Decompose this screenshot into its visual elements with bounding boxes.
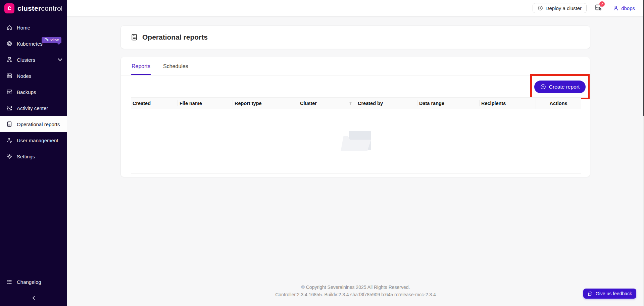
tab-reports[interactable]: Reports: [131, 63, 151, 75]
table-header-row: Created File name Report type Cluster Cr…: [131, 97, 581, 109]
operational-reports-icon: [6, 121, 12, 127]
empty-folder-illustration: [341, 130, 371, 152]
clusters-icon: [6, 57, 12, 63]
sidebar-item-activity-center[interactable]: Activity center: [0, 100, 67, 116]
user-icon: [613, 5, 619, 11]
chevron-left-icon: [31, 296, 36, 300]
backups-icon: [6, 89, 12, 95]
sidebar-item-operational-reports[interactable]: Operational reports: [0, 116, 67, 132]
sidebar-item-label: Backups: [17, 89, 36, 95]
create-report-button[interactable]: Create report: [534, 81, 586, 93]
sidebar-nav: Home Kubernetes Preview Clusters Nodes B…: [0, 19, 67, 164]
user-menu[interactable]: dbops: [613, 5, 635, 11]
chevron-down-icon[interactable]: [57, 57, 63, 63]
column-header-file-name: File name: [178, 98, 233, 109]
give-feedback-button[interactable]: Give us feedback: [583, 289, 636, 299]
sidebar-item-label: Clusters: [17, 57, 53, 63]
deploy-cluster-label: Deploy a cluster: [546, 5, 582, 11]
filter-funnel-icon[interactable]: [348, 101, 353, 105]
chat-bubble-icon: [588, 291, 593, 296]
column-header-report-type: Report type: [233, 98, 298, 109]
nodes-icon: [6, 73, 12, 79]
preview-badge: Preview: [42, 37, 61, 43]
tab-bar: Reports Schedules: [121, 57, 590, 75]
notification-count-badge: 7: [599, 1, 605, 7]
sidebar-item-label: Home: [17, 25, 30, 31]
operational-reports-icon: [131, 34, 138, 41]
user-management-icon: [6, 137, 12, 143]
gear-icon: [6, 153, 12, 159]
plus-circle-icon: [540, 84, 546, 90]
page-footer: © Copyright Severalnines 2025 All Rights…: [67, 284, 644, 298]
table-empty-body: [131, 109, 581, 174]
plus-circle-icon: [538, 5, 543, 11]
sidebar-bottom: Changelog: [0, 274, 67, 306]
tab-schedules[interactable]: Schedules: [162, 63, 189, 75]
build-info-text: Controller:2.3.4.16855. Buildv:2.3.4 sha…: [67, 291, 644, 298]
sidebar-item-label: Nodes: [17, 73, 31, 79]
sidebar-item-changelog[interactable]: Changelog: [0, 274, 67, 290]
column-header-data-range: Data range: [417, 98, 480, 109]
sidebar-item-user-management[interactable]: User management: [0, 132, 67, 148]
sidebar-item-kubernetes[interactable]: Kubernetes Preview: [0, 36, 67, 52]
deploy-cluster-button[interactable]: Deploy a cluster: [533, 3, 587, 13]
main-content: Operational reports Reports Schedules Cr…: [67, 16, 644, 306]
page-title-card: Operational reports: [120, 26, 590, 49]
column-header-created-by: Created by: [356, 98, 417, 109]
sidebar-item-home[interactable]: Home: [0, 19, 67, 36]
sidebar: c clustercontrol Home Kubernetes Preview…: [0, 0, 67, 306]
sidebar-item-settings[interactable]: Settings: [0, 148, 67, 164]
brand-logo[interactable]: c clustercontrol: [0, 0, 67, 16]
sidebar-item-label: Operational reports: [17, 121, 60, 127]
column-header-cluster: Cluster: [298, 98, 356, 109]
notifications-button[interactable]: 7: [595, 4, 602, 12]
reports-card: Reports Schedules Create report Created …: [120, 57, 590, 177]
brand-name: clustercontrol: [17, 4, 63, 12]
column-header-recipients: Recipients: [480, 98, 536, 109]
column-header-actions: Actions: [536, 98, 581, 109]
sidebar-item-label: User management: [17, 138, 58, 143]
kubernetes-icon: [6, 41, 12, 47]
copyright-text: © Copyright Severalnines 2025 All Rights…: [67, 284, 644, 291]
sidebar-item-label: Kubernetes: [17, 41, 43, 47]
clustercontrol-app: c clustercontrol Home Kubernetes Preview…: [0, 0, 644, 306]
activity-center-icon: [6, 105, 12, 111]
collapse-sidebar-button[interactable]: [0, 290, 67, 306]
brand-logo-icon: c: [4, 3, 14, 13]
create-report-label: Create report: [549, 84, 580, 90]
sidebar-item-label: Settings: [17, 154, 35, 159]
give-feedback-label: Give us feedback: [596, 291, 632, 296]
column-header-created: Created: [131, 98, 178, 109]
topbar: Deploy a cluster 7 dbops: [67, 0, 644, 16]
sidebar-item-label: Changelog: [17, 279, 41, 285]
red-annotation-highlight: Create report: [530, 74, 590, 99]
sidebar-item-backups[interactable]: Backups: [0, 84, 67, 100]
sidebar-item-label: Activity center: [17, 105, 48, 111]
changelog-icon: [6, 279, 12, 285]
sidebar-item-clusters[interactable]: Clusters: [0, 52, 67, 68]
sidebar-item-nodes[interactable]: Nodes: [0, 68, 67, 84]
username: dbops: [621, 5, 635, 11]
home-icon: [6, 24, 12, 31]
page-title: Operational reports: [142, 33, 208, 41]
reports-table: Created File name Report type Cluster Cr…: [131, 97, 581, 174]
